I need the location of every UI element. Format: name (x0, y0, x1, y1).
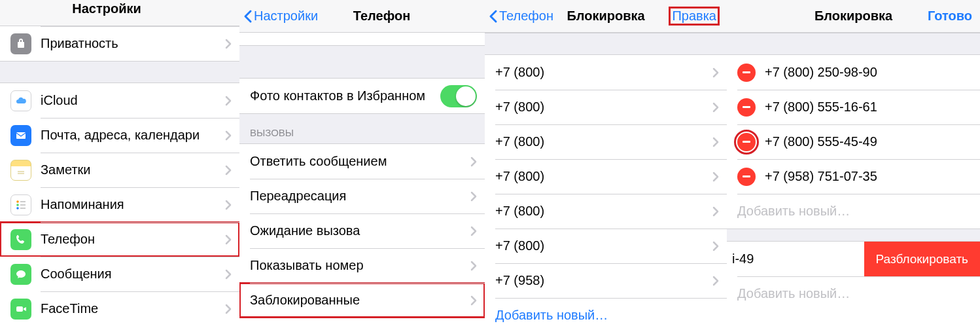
label: Сообщения (41, 266, 225, 282)
label: Ответить сообщением (250, 154, 470, 169)
chevron-right-icon (470, 156, 477, 167)
chevron-right-icon (712, 241, 719, 251)
chevron-right-icon (712, 102, 719, 113)
toggle-switch[interactable] (440, 85, 477, 107)
blocked-number-row[interactable]: +7 (800) (485, 194, 727, 229)
settings-pane: Настройки Приватность iCloud Почта, адре… (0, 0, 239, 330)
row-icloud[interactable]: iCloud (0, 83, 239, 118)
swiped-row[interactable]: і-49 Разблокировать (727, 242, 980, 276)
phone-number: +7 (800) (495, 169, 712, 184)
delete-minus-icon[interactable] (737, 168, 756, 186)
phone-number: +7 (958) (495, 273, 712, 288)
chevron-right-icon (225, 96, 232, 106)
phone-number: +7 (800) (495, 100, 712, 115)
label: Переадресация (250, 189, 470, 204)
phone-icon (10, 229, 31, 250)
add-new-label: Добавить новый… (737, 204, 972, 219)
edit-button[interactable]: Правка (669, 7, 719, 25)
back-label: Настройки (254, 9, 318, 24)
svg-point-5 (16, 207, 19, 210)
notes-icon (10, 160, 31, 181)
label: Напоминания (41, 197, 225, 212)
blocked-edit-pane: Блокировка Готово +7 (800) 250-98-90 +7 … (727, 0, 980, 330)
blocked-number-row[interactable]: +7 (800) (485, 229, 727, 263)
chevron-right-icon (712, 172, 719, 182)
row-reply-message[interactable]: Ответить сообщением (239, 144, 485, 179)
row-phone[interactable]: Телефон (0, 222, 239, 257)
blocked-edit-row[interactable]: +7 (958) 751-07-35 (727, 159, 980, 194)
blocked-number-row[interactable]: +7 (800) (485, 55, 727, 90)
row-messages[interactable]: Сообщения (0, 257, 239, 291)
chevron-right-icon (225, 165, 232, 175)
row-reminders[interactable]: Напоминания (0, 187, 239, 222)
phone-number: +7 (800) (495, 238, 712, 253)
row-forwarding[interactable]: Переадресация (239, 179, 485, 213)
done-button[interactable]: Готово (928, 9, 972, 24)
chevron-right-icon (712, 137, 719, 147)
nav-title: Настройки (72, 1, 141, 16)
label: iCloud (41, 93, 225, 108)
delete-minus-icon[interactable] (737, 64, 756, 82)
svg-point-4 (16, 204, 19, 206)
chevron-right-icon (225, 304, 232, 314)
blocked-edit-row[interactable]: +7 (800) 250-98-90 (727, 55, 980, 90)
label: Показывать номер (250, 258, 470, 273)
row-show-number[interactable]: Показывать номер (239, 248, 485, 283)
blocked-edit-row[interactable]: +7 (800) 555-16-61 (727, 90, 980, 124)
row-call-waiting[interactable]: Ожидание вызова (239, 213, 485, 248)
label: Телефон (41, 232, 225, 247)
chevron-right-icon (225, 39, 232, 49)
add-new-label: Добавить новый… (737, 286, 972, 301)
delete-minus-icon[interactable] (737, 133, 756, 151)
nav-title: Блокировка (567, 9, 644, 24)
label: Ожидание вызова (250, 223, 470, 238)
label: Фото контактов в Избранном (250, 88, 440, 103)
blocked-list-pane: Телефон Блокировка Правка +7 (800) +7 (8… (485, 0, 727, 330)
back-button[interactable]: Настройки (243, 9, 318, 24)
section-header-calls: ВЫЗОВЫ (239, 113, 485, 144)
row-privacy[interactable]: Приватность (0, 26, 239, 61)
row-mail[interactable]: Почта, адреса, календари (0, 118, 239, 153)
back-button[interactable]: Телефон (489, 9, 553, 24)
chevron-right-icon (470, 191, 477, 202)
svg-rect-0 (16, 132, 26, 139)
blocked-number-row[interactable]: +7 (800) (485, 90, 727, 124)
phone-number: +7 (800) 555-45-49 (765, 134, 972, 149)
cloud-icon (10, 90, 31, 111)
blocked-number-row[interactable]: +7 (800) (485, 124, 727, 159)
facetime-icon (10, 299, 31, 320)
navbar-phone: Настройки Телефон (239, 0, 485, 33)
svg-rect-9 (16, 306, 23, 312)
chevron-right-icon (225, 200, 232, 210)
phone-number: +7 (800) (495, 134, 712, 149)
phone-settings-pane: Настройки Телефон Фото контактов в Избра… (239, 0, 485, 330)
chevron-right-icon (712, 276, 719, 286)
nav-title: Блокировка (814, 9, 892, 24)
navbar-blocked-edit: Блокировка Готово (727, 0, 980, 33)
navbar-blocked: Телефон Блокировка Правка (485, 0, 727, 33)
blocked-number-row[interactable]: +7 (800) (485, 159, 727, 194)
label: Заблокированные (250, 293, 470, 308)
add-new-row[interactable]: Добавить новый… (485, 298, 727, 330)
unblock-button[interactable]: Разблокировать (864, 242, 980, 276)
row-notes[interactable]: Заметки (0, 153, 239, 187)
row-contact-photos[interactable]: Фото контактов в Избранном (239, 79, 485, 113)
group-gap (485, 33, 727, 55)
label: Заметки (41, 162, 225, 177)
add-new-row[interactable]: Добавить новый… (727, 194, 980, 229)
add-new-label: Добавить новый… (495, 308, 719, 323)
nav-title: Телефон (353, 9, 410, 24)
blocked-edit-row[interactable]: +7 (800) 555-45-49 (727, 124, 980, 159)
chevron-right-icon (712, 67, 719, 78)
add-new-row[interactable]: Добавить новый… (727, 276, 980, 311)
delete-minus-icon[interactable] (737, 98, 756, 117)
unblock-label: Разблокировать (876, 252, 968, 266)
blocked-number-row[interactable]: +7 (958) (485, 263, 727, 298)
mail-icon (10, 125, 31, 146)
row-blocked[interactable]: Заблокированные (239, 283, 485, 318)
phone-number: +7 (800) 250-98-90 (765, 65, 972, 80)
chevron-right-icon (712, 206, 719, 217)
row-facetime[interactable]: FaceTime (0, 291, 239, 326)
partial-number: і-49 (732, 251, 754, 266)
svg-point-3 (16, 200, 19, 203)
